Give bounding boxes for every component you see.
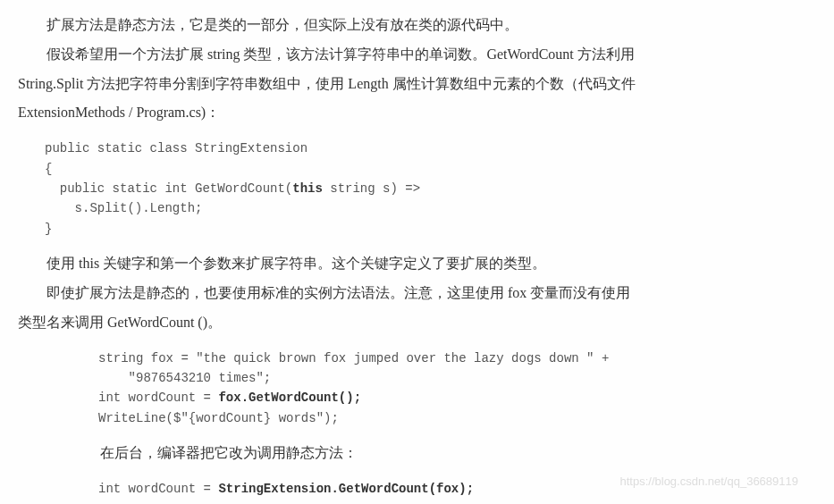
code-line: int wordCount = — [98, 482, 218, 496]
watermark-text: https://blog.csdn.net/qq_36689119 — [620, 471, 799, 491]
code-line: "9876543210 times"; — [98, 371, 271, 385]
paragraph-2-line3: ExtensionMethods / Program.cs)： — [18, 100, 816, 126]
code-call-bold: fox.GetWordCount(); — [218, 391, 361, 405]
paragraph-4-line1: 即使扩展方法是静态的，也要使用标准的实例方法语法。注意，这里使用 fox 变量而… — [18, 281, 816, 307]
paragraph-2-line2: String.Split 方法把字符串分割到字符串数组中，使用 Length 属… — [18, 71, 816, 97]
paragraph-4-line2: 类型名来调用 GetWordCount ()。 — [18, 310, 816, 336]
paragraph-2-line1: 假设希望用一个方法扩展 string 类型，该方法计算字符串中的单词数。GetW… — [18, 42, 816, 68]
code-line: string fox = "the quick brown fox jumped… — [98, 351, 609, 365]
code-line: s.Split().Length; — [45, 201, 202, 215]
code-line: string s) => — [323, 181, 420, 196]
code-line: { — [45, 162, 52, 176]
paragraph-3: 使用 this 关键字和第一个参数来扩展字符串。这个关键字定义了要扩展的类型。 — [18, 251, 816, 277]
code-block-1: public static class StringExtension { pu… — [45, 139, 816, 239]
code-keyword-this: this — [292, 181, 323, 196]
code-line: WriteLine($"{wordCount} words"); — [98, 411, 339, 425]
code-block-2: string fox = "the quick brown fox jumped… — [98, 349, 816, 429]
code-line: } — [45, 222, 52, 236]
page-container: 扩展方法是静态方法，它是类的一部分，但实际上没有放在类的源代码中。 假设希望用一… — [18, 13, 816, 499]
code-line: int wordCount = — [98, 391, 218, 405]
paragraph-5: 在后台，编译器把它改为调用静态方法： — [72, 441, 816, 466]
code-line: public static int GetWordCount( — [45, 181, 292, 196]
code-line: public static class StringExtension — [45, 141, 307, 155]
paragraph-1: 扩展方法是静态方法，它是类的一部分，但实际上没有放在类的源代码中。 — [18, 13, 816, 38]
code-call-bold: StringExtension.GetWordCount(fox); — [218, 482, 474, 496]
